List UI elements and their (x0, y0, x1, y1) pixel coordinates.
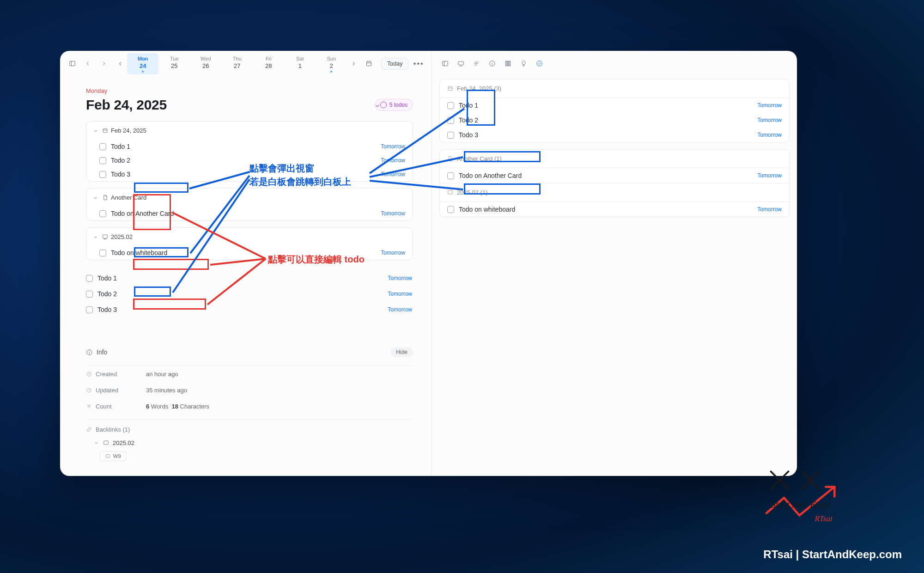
todo-text[interactable]: Todo on whiteboard (111, 249, 167, 256)
todo-checkbox[interactable] (86, 291, 93, 298)
todo-text[interactable]: Todo 3 (111, 171, 130, 178)
todo-text[interactable]: Todo on whiteboard (459, 206, 515, 213)
sidebar-toggle-icon[interactable] (67, 57, 79, 70)
right-todo-row[interactable]: Todo 1Tomorrow (440, 98, 789, 113)
week-prev-button[interactable] (115, 55, 126, 73)
todo-checkbox[interactable] (99, 250, 106, 256)
library-icon[interactable] (501, 57, 514, 70)
todo-text[interactable]: Todo 3 (459, 131, 478, 139)
todo-text[interactable]: Todo 3 (97, 306, 117, 313)
todo-due[interactable]: Tomorrow (381, 143, 405, 150)
day-cell-mon[interactable]: Mon 24 (127, 53, 158, 74)
todo-checkbox[interactable] (99, 143, 106, 150)
todo-due[interactable]: Tomorrow (381, 210, 405, 217)
day-cell-sat[interactable]: Sat 1 (284, 53, 316, 74)
todo-text[interactable]: Todo on Another Card (111, 210, 174, 217)
card-header[interactable]: 2025.02 (86, 228, 413, 246)
todo-row[interactable]: Todo on Another Card Tomorrow (86, 207, 413, 220)
day-of-week-label: Monday (86, 87, 413, 94)
day-cell-wed[interactable]: Wed 26 (190, 53, 221, 74)
todo-checkbox[interactable] (447, 172, 454, 179)
todo-row[interactable]: Todo 1 Tomorrow (86, 270, 413, 286)
todo-view-icon[interactable] (533, 57, 546, 70)
day-cell-tue[interactable]: Tue 25 (158, 53, 190, 74)
bulb-icon[interactable] (517, 57, 530, 70)
day-cell-thu[interactable]: Thu 27 (221, 53, 253, 74)
todo-group-card: 2025.02 Todo on whiteboard Tomorrow (86, 227, 413, 260)
nav-forward-button[interactable] (98, 57, 110, 70)
more-menu-button[interactable]: ••• (412, 60, 425, 68)
todo-text[interactable]: Todo 1 (97, 274, 117, 282)
todo-due[interactable]: Tomorrow (388, 291, 412, 297)
svg-rect-2 (366, 61, 371, 66)
day-cell-sun[interactable]: Sun 2 (316, 53, 347, 74)
chevron-down-icon (93, 128, 98, 134)
todo-row[interactable]: Todo 3 Tomorrow (86, 167, 413, 181)
today-button[interactable]: Today (381, 58, 408, 70)
todo-row[interactable]: Todo 2 Tomorrow (86, 286, 413, 302)
todo-due[interactable]: Tomorrow (388, 275, 412, 281)
todo-due[interactable]: Tomorrow (757, 132, 782, 138)
todo-checkbox[interactable] (99, 157, 106, 164)
chevron-down-icon (93, 195, 98, 201)
todo-text[interactable]: Todo 1 (111, 143, 130, 150)
todo-due[interactable]: Tomorrow (381, 171, 405, 177)
right-todo-row[interactable]: Todo on Another CardTomorrow (440, 168, 789, 183)
outline-icon[interactable] (470, 57, 483, 70)
attribution-text: RTsai | StartAndKeep.com (763, 548, 902, 561)
svg-rect-18 (104, 441, 109, 445)
todos-count-badge[interactable]: 5 todos (375, 99, 413, 111)
todo-due[interactable]: Tomorrow (381, 250, 405, 256)
node-icon (105, 453, 110, 459)
todo-text[interactable]: Todo on Another Card (459, 172, 522, 179)
svg-rect-8 (103, 235, 108, 238)
todo-due[interactable]: Tomorrow (757, 117, 782, 123)
hide-button[interactable]: Hide (390, 347, 413, 357)
day-cell-fri[interactable]: Fri 28 (253, 53, 284, 74)
todo-text[interactable]: Todo 1 (459, 102, 478, 109)
backlink-chip[interactable]: W9 (100, 451, 126, 461)
todo-row[interactable]: Todo 3 Tomorrow (86, 302, 413, 317)
card-header[interactable]: Another Card (86, 189, 413, 207)
right-todo-row[interactable]: Todo 2Tomorrow (440, 113, 789, 128)
right-todo-row[interactable]: Todo on whiteboardTomorrow (440, 202, 789, 217)
todo-checkbox[interactable] (99, 210, 106, 217)
right-todo-row[interactable]: Todo 3Tomorrow (440, 128, 789, 142)
todo-checkbox[interactable] (447, 132, 454, 139)
info-icon[interactable] (486, 57, 498, 70)
svg-line-47 (802, 471, 819, 489)
card-header[interactable]: Feb 24, 2025 (86, 122, 413, 140)
todo-group-card: Feb 24, 2025 Todo 1 Tomorrow Todo 2 Tomo… (86, 121, 413, 182)
present-icon[interactable] (454, 57, 467, 70)
todo-checkbox[interactable] (86, 306, 93, 313)
week-next-button[interactable] (348, 55, 359, 73)
link-icon (86, 427, 92, 433)
todo-checkbox[interactable] (447, 102, 454, 109)
right-card-head[interactable]: Feb 24, 2025 (3) (440, 79, 789, 98)
todo-checkbox[interactable] (447, 206, 454, 213)
todo-text[interactable]: Todo 2 (111, 157, 130, 164)
todo-due[interactable]: Tomorrow (757, 206, 782, 213)
todo-checkbox[interactable] (99, 171, 106, 178)
todo-due[interactable]: Tomorrow (757, 172, 782, 179)
todo-text[interactable]: Todo 2 (97, 290, 117, 298)
todo-text[interactable]: Todo 2 (459, 116, 478, 124)
calendar-icon (447, 85, 453, 91)
backlink-item[interactable]: 2025.02 (86, 437, 413, 449)
whiteboard-icon (103, 440, 109, 446)
info-heading: Info (86, 348, 107, 356)
todo-due[interactable]: Tomorrow (757, 102, 782, 109)
calendar-icon[interactable] (363, 57, 375, 70)
todo-checkbox[interactable] (86, 275, 93, 282)
panel-toggle-icon[interactable] (438, 57, 451, 70)
todo-due[interactable]: Tomorrow (381, 157, 405, 164)
nav-back-button[interactable] (82, 57, 94, 70)
todo-row[interactable]: Todo 2 Tomorrow (86, 153, 413, 167)
todo-row[interactable]: Todo on whiteboard Tomorrow (86, 246, 413, 260)
right-card-head[interactable]: Another Card (1) (440, 150, 789, 168)
todo-row[interactable]: Todo 1 Tomorrow (86, 140, 413, 153)
todo-due[interactable]: Tomorrow (388, 306, 412, 313)
backlinks-heading[interactable]: Backlinks (1) (86, 426, 413, 433)
todo-checkbox[interactable] (447, 117, 454, 124)
right-card-subhead[interactable]: 2025.02 (1) (440, 183, 789, 202)
